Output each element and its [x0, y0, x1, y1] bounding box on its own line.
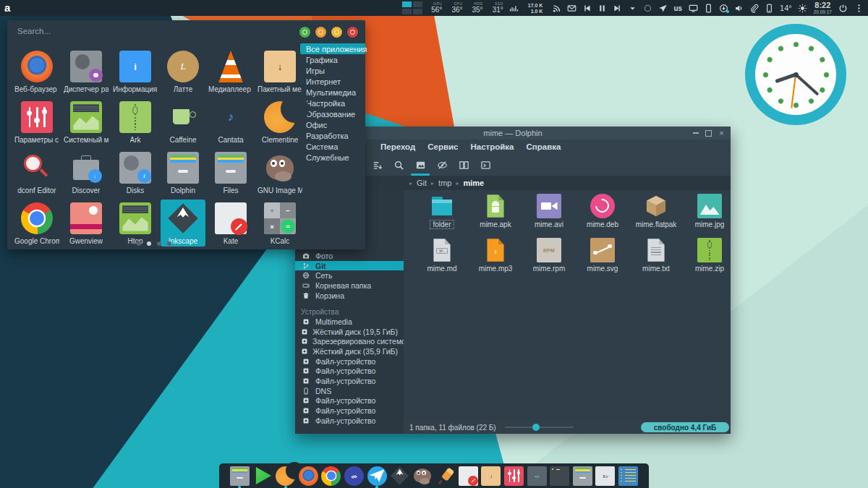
app-item[interactable]: dconf Editor — [13, 149, 61, 196]
search-input[interactable]: Search... — [17, 27, 51, 35]
dock-item-color-picker[interactable] — [435, 466, 455, 486]
split-view-icon[interactable] — [458, 159, 469, 171]
dock-item-telegram[interactable] — [367, 466, 387, 486]
updates-icon[interactable] — [718, 3, 728, 13]
app-item[interactable]: Веб-браузер … — [13, 48, 61, 95]
app-item[interactable]: Медиаплеер … — [207, 48, 255, 95]
dock-item-media-player[interactable] — [253, 466, 273, 486]
media-pause-icon[interactable] — [597, 3, 607, 13]
category-item[interactable]: Графика — [300, 54, 365, 65]
app-item[interactable]: Inkscape — [161, 200, 205, 247]
power-icon[interactable] — [838, 3, 848, 13]
app-item[interactable]: ♪Cantata — [207, 98, 255, 145]
media-next-icon[interactable] — [612, 3, 622, 13]
category-item[interactable]: Настройка — [300, 98, 365, 108]
close-button[interactable]: × — [718, 130, 725, 137]
places-item[interactable]: Файл-устройство — [295, 416, 404, 426]
category-item[interactable]: Все приложения — [300, 43, 365, 54]
desktop-1[interactable] — [402, 1, 412, 7]
app-item[interactable]: Files — [207, 149, 255, 196]
app-item[interactable]: iИнформация … — [111, 48, 159, 95]
places-item[interactable]: Файл-устройство — [295, 356, 404, 367]
dock-item-code-editor[interactable]: <> — [527, 466, 547, 486]
zoom-slider[interactable] — [505, 427, 574, 428]
app-item[interactable]: Htop — [111, 200, 159, 247]
menu-сервис[interactable]: Сервис — [427, 142, 458, 151]
file-item[interactable]: mime.jpg — [683, 194, 731, 228]
places-item[interactable]: Фото — [295, 251, 404, 261]
dock-item-chrome[interactable] — [321, 466, 341, 486]
minimize-button[interactable] — [692, 130, 699, 137]
dock-item-file-manager[interactable] — [573, 466, 592, 486]
keyboard-layout[interactable]: us — [673, 4, 682, 12]
app-item[interactable]: Google Chrome — [13, 200, 61, 247]
file-item[interactable]: M↓mime.md — [415, 238, 469, 273]
menu-переход[interactable]: Переход — [380, 142, 415, 151]
category-item[interactable]: Интернет — [300, 76, 365, 87]
category-item[interactable]: Система — [300, 141, 365, 152]
rss-icon[interactable] — [551, 3, 561, 13]
app-item[interactable]: Kate — [207, 200, 255, 247]
places-item[interactable]: Файл-устройство — [295, 396, 404, 406]
app-item[interactable]: ↓Discover — [62, 149, 110, 196]
desktop-4[interactable] — [413, 9, 422, 14]
dock-item-qbittorrent[interactable]: qb — [344, 466, 364, 486]
volume-icon[interactable] — [733, 3, 744, 13]
file-item[interactable]: mime.svg — [576, 238, 629, 273]
desktop-3[interactable] — [402, 9, 412, 14]
places-item[interactable]: Файл-устройство — [295, 406, 404, 416]
dock-item-inkscape[interactable] — [390, 466, 409, 486]
dock-item-kate[interactable] — [459, 466, 478, 486]
weather-temperature[interactable]: 14° — [780, 4, 792, 12]
app-item[interactable]: Диспетчер ра… — [62, 48, 110, 95]
places-item[interactable]: Multimedia — [295, 317, 404, 327]
dock-item-terminal[interactable] — [550, 466, 569, 486]
places-item[interactable]: Сеть — [295, 270, 404, 281]
app-item[interactable]: GNU Image M… — [256, 149, 304, 196]
file-item[interactable]: mime.avi — [522, 194, 576, 228]
sort-icon[interactable] — [371, 159, 383, 171]
app-item[interactable]: Dolphin — [161, 149, 205, 196]
file-item[interactable]: RPMmime.rpm — [522, 238, 576, 273]
places-item[interactable]: Корзина — [295, 291, 404, 301]
file-item[interactable]: ♪mime.mp3 — [469, 238, 522, 273]
menu-настройка[interactable]: Настройка — [470, 142, 514, 151]
places-item[interactable]: Git — [295, 261, 404, 271]
search-icon[interactable] — [393, 159, 404, 171]
category-item[interactable]: Разработка — [300, 130, 365, 141]
app-item[interactable]: ↓Пакетный ме… — [256, 48, 304, 95]
zoom-slider-knob[interactable] — [532, 424, 540, 431]
category-item[interactable]: Офис — [300, 119, 365, 130]
file-item[interactable]: mime.zip — [683, 238, 731, 273]
places-item[interactable]: Файл-устройство — [295, 376, 404, 386]
virtual-desktop-pager[interactable] — [402, 1, 422, 14]
file-item[interactable]: mime.flatpak — [629, 194, 683, 228]
brightness-icon[interactable] — [798, 3, 808, 13]
overflow-menu-icon[interactable] — [854, 3, 864, 13]
terminal-icon[interactable] — [480, 159, 491, 171]
app-item[interactable]: Параметры с… — [13, 98, 61, 145]
network-send-icon[interactable] — [658, 3, 668, 13]
maximize-button[interactable] — [705, 130, 712, 137]
folder-view[interactable]: foldermime.apkmime.avimime.debmime.flatp… — [404, 190, 731, 421]
lock-button[interactable] — [315, 27, 326, 38]
panel-clock[interactable]: 8:22 20.09.17 — [814, 1, 832, 15]
dock-item-gimp[interactable] — [413, 466, 433, 486]
app-item[interactable]: Caffeine — [161, 98, 205, 145]
dock-item-package-manager[interactable]: ↓ — [481, 466, 501, 486]
monitor-icon[interactable] — [688, 3, 698, 13]
places-item[interactable]: DNS — [295, 386, 404, 396]
restart-button[interactable] — [331, 27, 342, 38]
category-item[interactable]: Служебные — [300, 152, 365, 163]
hidden-files-icon[interactable] — [436, 159, 448, 171]
session-circle-icon[interactable] — [642, 3, 652, 13]
places-item[interactable]: Жёсткий диск (19,5 ГиБ) — [295, 327, 404, 337]
file-item[interactable]: mime.txt — [629, 238, 683, 273]
dock-item-dolphin[interactable] — [230, 466, 250, 486]
desktop-2[interactable] — [413, 1, 422, 7]
logout-button[interactable] — [299, 27, 310, 38]
menu-справка[interactable]: Справка — [526, 142, 561, 151]
dock-item-clementine[interactable] — [276, 466, 295, 486]
app-item[interactable]: Ark — [111, 98, 159, 145]
page-dots[interactable] — [7, 241, 300, 246]
